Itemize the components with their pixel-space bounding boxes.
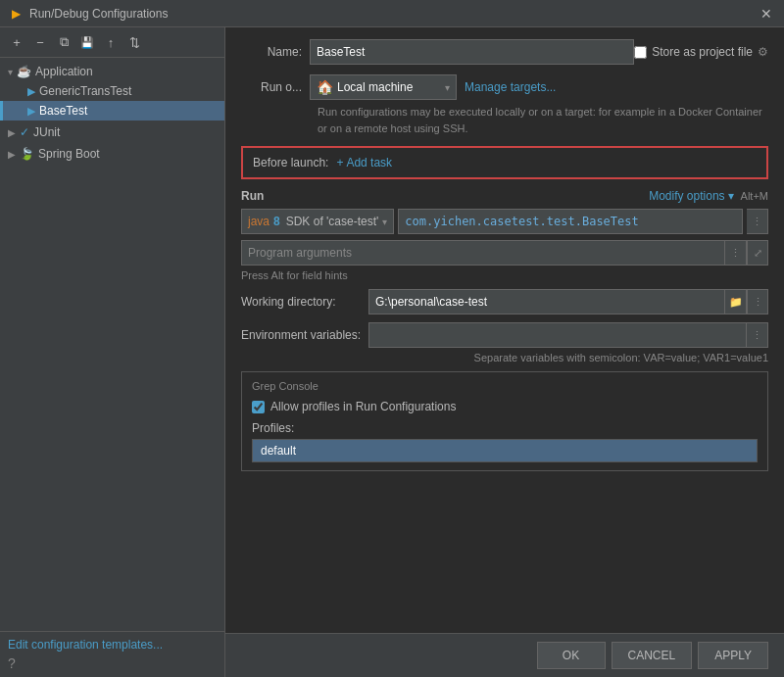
add-task-label: Add task bbox=[346, 156, 392, 169]
save-config-button[interactable]: 💾 bbox=[76, 31, 98, 53]
java-label: java bbox=[248, 215, 270, 228]
prog-args-browse-button[interactable]: ⋮ bbox=[725, 240, 747, 266]
working-dir-open-button[interactable]: ⋮ bbox=[747, 289, 768, 314]
grep-console-section: Grep Console Allow profiles in Run Confi… bbox=[241, 371, 768, 471]
selected-indicator bbox=[0, 101, 3, 121]
env-vars-label: Environment variables: bbox=[241, 328, 368, 342]
run-section-title: Run bbox=[241, 189, 264, 203]
env-vars-input[interactable] bbox=[368, 322, 747, 348]
apply-button[interactable]: APPLY bbox=[698, 642, 768, 669]
dialog-footer: OK CANCEL APPLY bbox=[225, 633, 784, 677]
basetest-label: BaseTest bbox=[39, 104, 87, 118]
name-label: Name: bbox=[241, 45, 310, 59]
working-dir-input[interactable] bbox=[368, 289, 725, 314]
springboot-group-header[interactable]: ▶ 🍃 Spring Boot bbox=[0, 144, 224, 164]
sidebar-toolbar: + − ⧉ 💾 ↑ ⇅ bbox=[0, 27, 224, 58]
program-args-input[interactable] bbox=[241, 240, 725, 266]
junit-group-header[interactable]: ▶ ✓ JUnit bbox=[0, 122, 224, 142]
name-input[interactable] bbox=[310, 39, 634, 65]
run-section-header: Run Modify options ▾ Alt+M bbox=[241, 189, 768, 203]
junit-expand-icon: ▶ bbox=[8, 127, 16, 138]
working-dir-browse-button[interactable]: 📁 bbox=[725, 289, 747, 314]
local-machine-label: Local machine bbox=[337, 80, 413, 94]
springboot-group-label: Spring Boot bbox=[38, 147, 100, 161]
before-launch-section: Before launch: + Add task bbox=[241, 146, 768, 179]
env-vars-hint: Separate variables with semicolon: VAR=v… bbox=[241, 352, 768, 363]
ok-button[interactable]: OK bbox=[537, 642, 606, 669]
run-on-row: Run o... 🏠 Local machine ▾ Manage target… bbox=[241, 74, 768, 100]
remove-config-button[interactable]: − bbox=[29, 31, 51, 53]
sdk-row: java 8 SDK of 'case-test' ▾ ⋮ bbox=[241, 209, 768, 234]
run-on-dropdown[interactable]: 🏠 Local machine ▾ bbox=[310, 74, 457, 100]
store-label: Store as project file bbox=[652, 45, 753, 59]
sidebar-item-basetest[interactable]: ▶ BaseTest bbox=[0, 101, 224, 121]
before-launch-header: Before launch: + Add task bbox=[253, 156, 757, 169]
springboot-expand-icon: ▶ bbox=[8, 149, 16, 160]
alt-hint-label: Alt+M bbox=[741, 190, 768, 202]
modify-options-caret-icon: ▾ bbox=[728, 189, 734, 203]
sidebar-footer: Edit configuration templates... ? bbox=[0, 631, 224, 677]
application-expand-icon: ▾ bbox=[8, 67, 13, 77]
add-task-button[interactable]: + Add task bbox=[336, 156, 392, 169]
move-up-button[interactable]: ↑ bbox=[100, 31, 122, 53]
working-dir-row: Working directory: 📁 ⋮ bbox=[241, 289, 768, 314]
dialog-title: Run/Debug Configurations bbox=[29, 7, 757, 21]
help-icon[interactable]: ? bbox=[8, 655, 217, 671]
sdk-caret-icon: ▾ bbox=[382, 217, 387, 227]
store-checkbox[interactable] bbox=[634, 46, 647, 59]
profiles-label: Profiles: bbox=[252, 421, 758, 435]
copy-config-button[interactable]: ⧉ bbox=[53, 31, 74, 53]
run-debug-icon: ▶ bbox=[8, 6, 24, 22]
profile-item-default[interactable]: default bbox=[253, 440, 757, 461]
before-launch-label: Before launch: bbox=[253, 156, 328, 169]
sdk-name-label: SDK of 'case-test' bbox=[286, 215, 379, 228]
generictranstest-icon: ▶ bbox=[27, 85, 35, 98]
junit-group: ▶ ✓ JUnit bbox=[0, 122, 224, 142]
application-group-label: Application bbox=[35, 65, 93, 78]
main-class-input[interactable] bbox=[398, 209, 743, 234]
generictranstest-label: GenericTransTest bbox=[39, 84, 131, 98]
right-panel: Name: Store as project file ⚙ Run o... 🏠… bbox=[225, 27, 784, 677]
grep-console-title: Grep Console bbox=[252, 380, 758, 392]
sidebar-item-generictranstest[interactable]: ▶ GenericTransTest bbox=[0, 81, 224, 101]
working-dir-label: Working directory: bbox=[241, 295, 368, 309]
store-settings-icon[interactable]: ⚙ bbox=[758, 45, 768, 59]
prog-args-expand-button[interactable]: ⤢ bbox=[747, 240, 768, 266]
junit-group-label: JUnit bbox=[33, 125, 60, 139]
sdk-version-label: 8 bbox=[273, 215, 280, 228]
env-vars-row: Environment variables: ⋮ bbox=[241, 322, 768, 348]
title-bar: ▶ Run/Debug Configurations ✕ bbox=[0, 0, 784, 27]
local-machine-icon: 🏠 bbox=[317, 79, 333, 95]
edit-templates-link[interactable]: Edit configuration templates... bbox=[8, 638, 217, 652]
manage-targets-link[interactable]: Manage targets... bbox=[465, 80, 556, 94]
junit-group-icon: ✓ bbox=[20, 125, 29, 139]
allow-profiles-label: Allow profiles in Run Configurations bbox=[270, 400, 456, 413]
alt-hint-text: Press Alt for field hints bbox=[241, 269, 768, 281]
add-config-button[interactable]: + bbox=[6, 31, 27, 53]
main-class-browse-button[interactable]: ⋮ bbox=[747, 209, 768, 234]
form-area: Name: Store as project file ⚙ Run o... 🏠… bbox=[225, 27, 784, 633]
program-args-row: ⋮ ⤢ bbox=[241, 240, 768, 266]
modify-options-button[interactable]: Modify options ▾ Alt+M bbox=[649, 189, 768, 203]
env-vars-browse-button[interactable]: ⋮ bbox=[747, 322, 768, 348]
sidebar: + − ⧉ 💾 ↑ ⇅ ▾ ☕ Application ▶ GenericTra… bbox=[0, 27, 225, 677]
application-group-header[interactable]: ▾ ☕ Application bbox=[0, 62, 224, 81]
add-task-plus-icon: + bbox=[336, 156, 343, 169]
allow-profiles-checkbox[interactable] bbox=[252, 401, 265, 413]
basetest-icon: ▶ bbox=[27, 105, 35, 118]
springboot-group-icon: 🍃 bbox=[20, 147, 34, 161]
cancel-button[interactable]: CANCEL bbox=[612, 642, 693, 669]
close-button[interactable]: ✕ bbox=[757, 4, 776, 24]
sdk-dropdown[interactable]: java 8 SDK of 'case-test' ▾ bbox=[241, 209, 394, 234]
name-row: Name: Store as project file ⚙ bbox=[241, 39, 768, 65]
springboot-group: ▶ 🍃 Spring Boot bbox=[0, 144, 224, 164]
application-group: ▾ ☕ Application ▶ GenericTransTest ▶ Bas… bbox=[0, 62, 224, 121]
allow-profiles-row: Allow profiles in Run Configurations bbox=[252, 400, 758, 413]
store-checkbox-area: Store as project file ⚙ bbox=[634, 45, 768, 59]
sort-button[interactable]: ⇅ bbox=[123, 31, 145, 53]
run-section: Run Modify options ▾ Alt+M java 8 SDK of… bbox=[241, 189, 768, 363]
run-hint-text: Run configurations may be executed local… bbox=[241, 104, 768, 136]
run-on-label: Run o... bbox=[241, 80, 310, 94]
application-group-icon: ☕ bbox=[17, 65, 31, 78]
main-container: + − ⧉ 💾 ↑ ⇅ ▾ ☕ Application ▶ GenericTra… bbox=[0, 27, 784, 677]
